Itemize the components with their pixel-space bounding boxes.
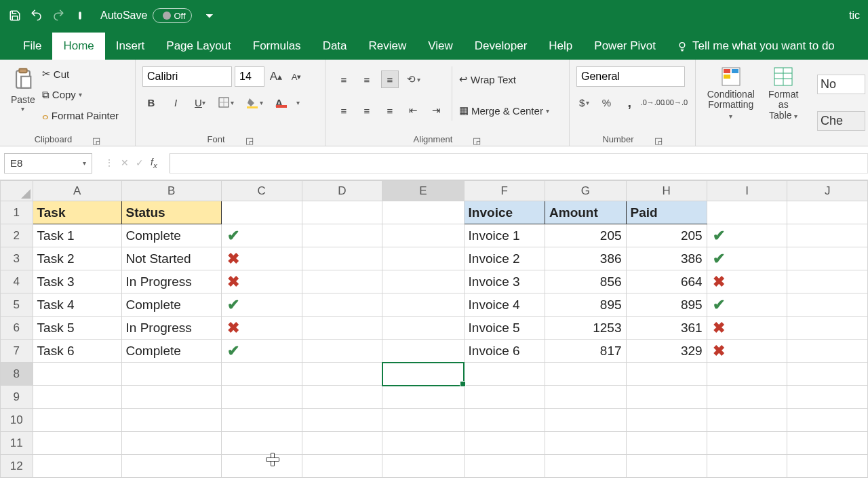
formula-input[interactable] bbox=[170, 153, 868, 174]
cell-D10[interactable] bbox=[302, 409, 382, 432]
cell-B6[interactable]: In Progress bbox=[121, 317, 221, 340]
tab-insert[interactable]: Insert bbox=[105, 33, 156, 60]
tab-home[interactable]: Home bbox=[52, 33, 104, 60]
cell-D12[interactable] bbox=[302, 455, 382, 478]
copy-button[interactable]: ⧉Copy ▾ bbox=[42, 85, 119, 105]
cell-H4[interactable]: 664 bbox=[626, 270, 707, 293]
cell-C2[interactable]: ✔ bbox=[221, 224, 302, 247]
cell-C5[interactable]: ✔ bbox=[221, 293, 302, 317]
cell-C3[interactable]: ✖ bbox=[221, 247, 302, 270]
cell-G4[interactable]: 856 bbox=[545, 270, 627, 293]
bold-button[interactable]: B bbox=[142, 94, 160, 111]
cell-D2[interactable] bbox=[302, 224, 382, 247]
cell-H9[interactable] bbox=[626, 386, 707, 409]
tab-view[interactable]: View bbox=[417, 33, 464, 60]
cell-D5[interactable] bbox=[302, 293, 382, 317]
cell-E5[interactable] bbox=[382, 293, 464, 317]
cell-A9[interactable] bbox=[33, 386, 121, 409]
row-header-4[interactable]: 4 bbox=[1, 270, 33, 293]
cell-H8[interactable] bbox=[626, 363, 707, 386]
cell-E8[interactable] bbox=[382, 363, 464, 386]
align-left-icon[interactable]: ≡ bbox=[335, 102, 353, 119]
cell-J5[interactable] bbox=[787, 293, 868, 317]
row-header-9[interactable]: 9 bbox=[1, 386, 33, 409]
cell-A4[interactable]: Task 3 bbox=[33, 270, 121, 293]
cell-A3[interactable]: Task 2 bbox=[33, 247, 121, 270]
cell-styles-fragment2[interactable]: Che bbox=[817, 111, 865, 131]
cell-D9[interactable] bbox=[302, 386, 382, 409]
column-header-A[interactable]: A bbox=[33, 181, 121, 201]
cell-F11[interactable] bbox=[464, 432, 545, 455]
cell-B7[interactable]: Complete bbox=[121, 340, 221, 363]
cell-G12[interactable] bbox=[545, 455, 627, 478]
cell-A5[interactable]: Task 4 bbox=[33, 293, 121, 317]
cell-C11[interactable] bbox=[221, 432, 302, 455]
cell-A8[interactable] bbox=[33, 363, 121, 386]
cell-I5[interactable]: ✔ bbox=[707, 293, 787, 317]
cell-E4[interactable] bbox=[382, 270, 464, 293]
paste-button[interactable]: Paste ▾ bbox=[7, 64, 39, 114]
decrease-indent-icon[interactable]: ⇤ bbox=[404, 102, 422, 119]
align-center-icon[interactable]: ≡ bbox=[358, 102, 376, 119]
wrap-text-button[interactable]: ↩Wrap Text bbox=[459, 69, 549, 89]
cell-A6[interactable]: Task 5 bbox=[33, 317, 121, 340]
row-header-7[interactable]: 7 bbox=[1, 340, 33, 363]
font-size-select[interactable] bbox=[235, 66, 264, 87]
cell-H3[interactable]: 386 bbox=[626, 247, 707, 270]
tab-power-pivot[interactable]: Power Pivot bbox=[583, 33, 667, 60]
cell-B9[interactable] bbox=[121, 386, 221, 409]
cell-J2[interactable] bbox=[787, 224, 868, 247]
align-top-icon[interactable]: ≡ bbox=[335, 70, 353, 88]
cell-G9[interactable] bbox=[545, 386, 627, 409]
cell-B5[interactable]: Complete bbox=[121, 293, 221, 317]
align-middle-icon[interactable]: ≡ bbox=[358, 70, 376, 88]
undo-icon[interactable] bbox=[27, 6, 46, 25]
cell-F5[interactable]: Invoice 4 bbox=[464, 293, 545, 317]
cell-C12[interactable] bbox=[221, 455, 302, 478]
tab-review[interactable]: Review bbox=[358, 33, 418, 60]
cell-D6[interactable] bbox=[302, 317, 382, 340]
tab-page-layout[interactable]: Page Layout bbox=[155, 33, 241, 60]
cell-I11[interactable] bbox=[707, 432, 787, 455]
font-color-button[interactable]: A▾ bbox=[273, 94, 302, 111]
cell-C7[interactable]: ✔ bbox=[221, 340, 302, 363]
cell-C9[interactable] bbox=[221, 386, 302, 409]
format-as-table-button[interactable]: Format asTable ▾ bbox=[760, 64, 808, 122]
row-header-10[interactable]: 10 bbox=[1, 409, 33, 432]
tell-me[interactable]: Tell me what you want to do bbox=[667, 39, 844, 60]
cell-E7[interactable] bbox=[382, 340, 464, 363]
column-header-C[interactable]: C bbox=[221, 181, 302, 201]
cell-F9[interactable] bbox=[464, 386, 545, 409]
cell-A7[interactable]: Task 6 bbox=[33, 340, 121, 363]
cell-J1[interactable] bbox=[787, 201, 868, 224]
cell-G6[interactable]: 1253 bbox=[545, 317, 627, 340]
cell-H11[interactable] bbox=[626, 432, 707, 455]
cell-E1[interactable] bbox=[382, 201, 464, 224]
decrease-decimal-icon[interactable]: .00→.0 bbox=[667, 94, 684, 111]
cell-E6[interactable] bbox=[382, 317, 464, 340]
cell-G7[interactable]: 817 bbox=[545, 340, 627, 363]
cell-J6[interactable] bbox=[787, 317, 868, 340]
dialog-launcher-icon[interactable]: ◲ bbox=[245, 136, 254, 144]
cell-J10[interactable] bbox=[787, 409, 868, 432]
underline-button[interactable]: U ▾ bbox=[191, 94, 209, 111]
cell-A1[interactable]: Task bbox=[33, 201, 121, 224]
cell-I2[interactable]: ✔ bbox=[707, 224, 787, 247]
cell-H1[interactable]: Paid bbox=[626, 201, 707, 224]
cell-G3[interactable]: 386 bbox=[545, 247, 627, 270]
cell-E9[interactable] bbox=[382, 386, 464, 409]
cell-G5[interactable]: 895 bbox=[545, 293, 627, 317]
tab-developer[interactable]: Developer bbox=[464, 33, 538, 60]
cell-D7[interactable] bbox=[302, 340, 382, 363]
conditional-formatting-button[interactable]: ConditionalFormatting ▾ bbox=[703, 64, 760, 122]
dialog-launcher-icon[interactable]: ◲ bbox=[473, 136, 481, 144]
save-icon[interactable] bbox=[5, 6, 24, 25]
cell-B3[interactable]: Not Started bbox=[121, 247, 221, 270]
autosave-toggle[interactable]: Off bbox=[153, 8, 191, 23]
cell-B4[interactable]: In Progress bbox=[121, 270, 221, 293]
name-box[interactable]: E8▾ bbox=[4, 153, 92, 174]
shrink-font-icon[interactable]: A▾ bbox=[288, 68, 305, 85]
cell-I12[interactable] bbox=[707, 455, 787, 478]
tab-formulas[interactable]: Formulas bbox=[242, 33, 312, 60]
dialog-launcher-icon[interactable]: ◲ bbox=[654, 136, 663, 144]
